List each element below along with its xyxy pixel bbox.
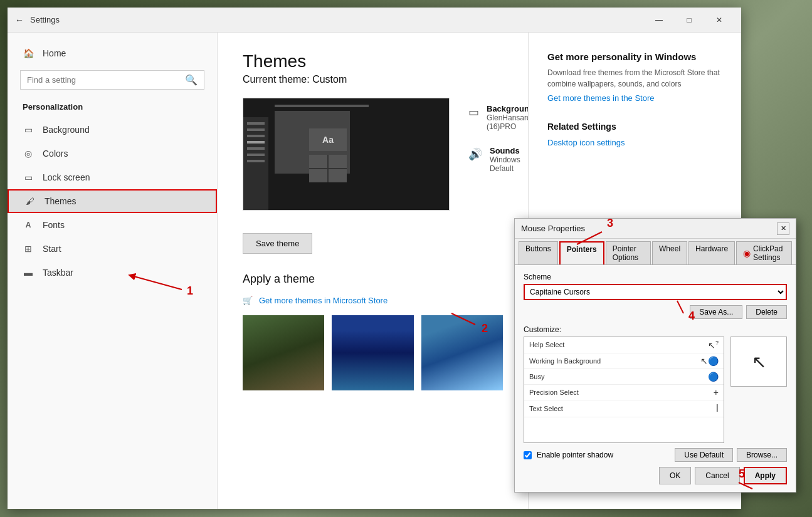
tab-buttons[interactable]: Buttons xyxy=(519,241,558,264)
theme-preview-taskbar xyxy=(243,117,268,210)
theme-thumbnail-1[interactable] xyxy=(243,315,324,390)
tab-pointer-options[interactable]: Pointer Options xyxy=(606,241,651,264)
sidebar-lock-screen-label: Lock screen xyxy=(43,172,90,182)
search-input[interactable] xyxy=(27,75,185,85)
browse-button[interactable]: Browse... xyxy=(737,448,787,462)
sounds-detail-icon: 🔊 xyxy=(468,147,482,161)
dialog-body: Scheme Capitaine Cursors Save As... Dele… xyxy=(515,265,796,492)
sidebar-search-box[interactable]: 🔍 xyxy=(20,70,204,90)
customize-label: Customize: xyxy=(524,325,787,334)
theme-thumbnail-3[interactable] xyxy=(421,315,503,390)
dialog-tabs: Buttons Pointers Pointer Options Wheel H… xyxy=(515,239,796,265)
sidebar-item-themes[interactable]: 🖌 Themes xyxy=(8,189,217,213)
taskbar-bar xyxy=(247,128,265,131)
tab-pointers[interactable]: Pointers xyxy=(559,241,604,264)
cursor-preview-box: ↖ xyxy=(730,337,787,387)
background-detail-label: Background xyxy=(487,104,528,113)
cursor-item-working[interactable]: Working In Background ↖🔵 xyxy=(524,353,724,369)
sidebar-item-home[interactable]: 🏠 Home xyxy=(8,43,217,64)
current-theme-label: Current theme: Custom xyxy=(243,74,503,85)
tab-hardware[interactable]: Hardware xyxy=(688,241,735,264)
cursor-item-precision[interactable]: Precision Select + xyxy=(524,385,724,400)
window-title: Settings xyxy=(30,15,645,24)
cancel-button[interactable]: Cancel xyxy=(695,467,739,484)
apply-theme-title: Apply a theme xyxy=(243,273,503,286)
sidebar-item-start[interactable]: ⊞ Start xyxy=(8,237,217,261)
desktop-icon-settings-link[interactable]: Desktop icon settings xyxy=(547,138,722,147)
get-themes-link[interactable]: 🛒 Get more themes in Microsoft Store xyxy=(243,296,503,305)
cursor-name-text: Text Select xyxy=(529,405,563,412)
cursor-arrow: ↖ xyxy=(752,352,766,372)
scheme-select[interactable]: Capitaine Cursors xyxy=(524,284,787,300)
scheme-row: Capitaine Cursors xyxy=(524,284,787,300)
taskbar-bar xyxy=(247,154,265,156)
use-default-button[interactable]: Use Default xyxy=(675,448,733,462)
sidebar-item-taskbar[interactable]: ▬ Taskbar xyxy=(8,261,217,285)
taskbar-bar xyxy=(247,147,265,150)
apply-button[interactable]: Apply xyxy=(744,467,787,484)
themes-icon: 🖌 xyxy=(24,196,36,207)
scheme-buttons: Save As... Delete xyxy=(524,305,787,319)
mouse-properties-dialog: Mouse Properties ✕ Buttons Pointers Poin… xyxy=(514,218,796,493)
tab-wheel[interactable]: Wheel xyxy=(652,241,687,264)
sounds-detail[interactable]: 🔊 Sounds Windows Default xyxy=(468,146,520,182)
store-icon: 🛒 xyxy=(243,296,253,305)
shadow-row: Enable pointer shadow Use Default Browse… xyxy=(524,448,787,462)
sidebar: 🏠 Home 🔍 Personalization ▭ Background ◎ … xyxy=(8,33,218,509)
cursor-icon-help-select: ↖? xyxy=(708,340,719,350)
cursor-item-text[interactable]: Text Select I xyxy=(524,400,724,417)
sidebar-start-label: Start xyxy=(43,244,61,254)
theme-thumbnail-2[interactable] xyxy=(332,315,413,390)
theme-window-aa: Aa xyxy=(309,128,347,151)
theme-window: Aa xyxy=(275,111,350,174)
dialog-bottom-buttons: OK Cancel Apply xyxy=(524,467,787,484)
cursor-item-busy[interactable]: Busy 🔵 xyxy=(524,369,724,385)
content-area: Themes Current theme: Custom xyxy=(218,33,528,509)
dialog-close-button[interactable]: ✕ xyxy=(777,222,789,235)
theme-preview: Aa xyxy=(243,98,450,211)
sidebar-item-fonts[interactable]: A Fonts xyxy=(8,213,217,237)
personalization-section-title: Personalization xyxy=(8,100,217,118)
lock-screen-icon: ▭ xyxy=(23,172,34,183)
start-icon: ⊞ xyxy=(23,243,34,254)
promo-desc: Download free themes from the Microsoft … xyxy=(547,67,722,90)
cursor-name-precision: Precision Select xyxy=(529,389,579,396)
sidebar-item-colors[interactable]: ◎ Colors xyxy=(8,142,217,165)
preview-title-bar xyxy=(275,105,369,107)
close-button[interactable]: ✕ xyxy=(705,10,734,30)
cursor-list[interactable]: Help Select ↖? Working In Background ↖🔵 … xyxy=(524,337,724,443)
cursor-name-busy: Busy xyxy=(529,373,544,380)
save-theme-button[interactable]: Save theme xyxy=(243,233,312,254)
theme-thumbnails xyxy=(243,315,503,390)
sidebar-background-label: Background xyxy=(43,125,90,135)
window-controls: — □ ✕ xyxy=(645,10,734,30)
background-detail-icon: ▭ xyxy=(468,105,479,119)
colors-icon: ◎ xyxy=(23,148,34,159)
save-as-button[interactable]: Save As... xyxy=(690,305,742,319)
taskbar-bar xyxy=(247,122,265,125)
sidebar-item-background[interactable]: ▭ Background xyxy=(8,118,217,142)
promo-link[interactable]: Get more themes in the Store xyxy=(547,93,722,103)
taskbar-bar-active xyxy=(247,141,265,144)
store-link-text: Get more themes in Microsoft Store xyxy=(259,296,388,305)
minimize-button[interactable]: — xyxy=(645,10,673,30)
background-detail-value: GlenHansard (16)PRO xyxy=(487,113,528,131)
background-icon: ▭ xyxy=(23,124,34,135)
shadow-checkbox[interactable] xyxy=(524,451,532,459)
cursor-item-help-select[interactable]: Help Select ↖? xyxy=(524,337,724,353)
theme-details-row-2: 🔊 Sounds Windows Default 🖱 Mouse cursor … xyxy=(468,146,528,182)
theme-window-grid xyxy=(309,155,347,182)
sidebar-item-lock-screen[interactable]: ▭ Lock screen xyxy=(8,165,217,189)
cursor-name-help-select: Help Select xyxy=(529,341,564,348)
delete-button[interactable]: Delete xyxy=(746,305,787,319)
back-button[interactable]: ← xyxy=(15,15,24,25)
scheme-label: Scheme xyxy=(524,273,787,281)
promo-title: Get more personality in Windows xyxy=(547,51,722,62)
tab-clickpad[interactable]: ◉ ClickPad Settings xyxy=(736,241,792,264)
background-detail[interactable]: ▭ Background GlenHansard (16)PRO xyxy=(468,104,528,131)
maximize-button[interactable]: □ xyxy=(675,10,704,30)
cursor-name-working: Working In Background xyxy=(529,357,601,365)
related-settings-title: Related Settings xyxy=(547,122,722,132)
sidebar-home-label: Home xyxy=(43,48,66,58)
ok-button[interactable]: OK xyxy=(659,467,691,484)
